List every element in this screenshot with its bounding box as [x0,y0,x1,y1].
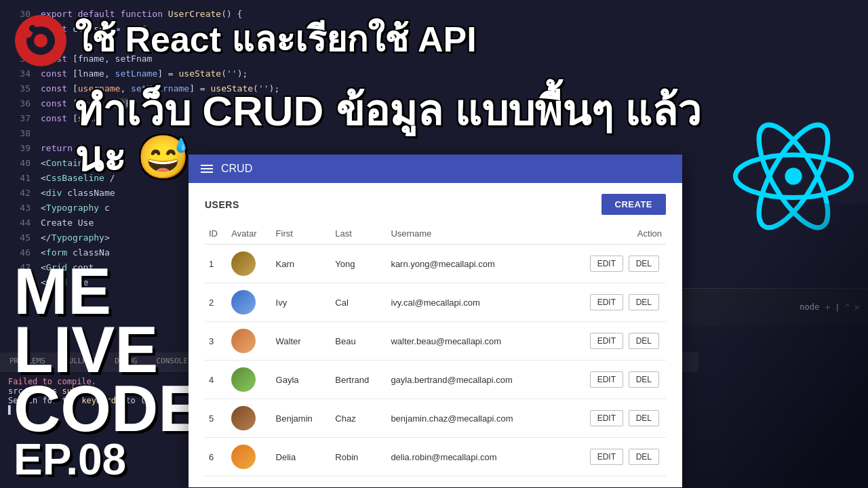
svg-point-6 [34,34,47,47]
cell-action: EDIT DEL [559,283,666,322]
cell-action: EDIT DEL [559,399,666,438]
cell-avatar [227,283,271,322]
cell-username: walter.beau@mecallapi.com [387,322,559,361]
col-last: Last [331,223,387,245]
modal-title: CRUD [221,163,252,175]
del-button[interactable]: DEL [629,410,659,426]
avatar [231,367,256,392]
cell-username: benjamin.chaz@mecallapi.com [387,399,559,438]
code-line-34: 34 const [lname, setLname] = useState(''… [0,66,868,81]
del-button[interactable]: DEL [629,294,659,310]
cell-avatar [227,245,271,283]
edit-button[interactable]: EDIT [590,410,623,426]
del-button[interactable]: DEL [629,256,659,272]
cell-id: 1 [205,245,227,283]
avatar [231,406,256,430]
table-row: 1 Karn Yong karn.yong@mecallapi.com EDIT… [205,245,666,283]
cell-id: 6 [205,438,227,476]
avatar [231,251,256,276]
crud-modal: CRUD USERS CREATE ID Avatar First Last U… [189,155,682,487]
cell-action: EDIT DEL [559,322,666,361]
edit-button[interactable]: EDIT [590,449,623,465]
cell-action: EDIT DEL [559,361,666,399]
table-row: 2 Ivy Cal ivy.cal@mecallapi.com EDIT DEL [205,283,666,322]
table-row: 3 Walter Beau walter.beau@mecallapi.com … [205,322,666,361]
cell-action: EDIT DEL [559,245,666,283]
cell-username: ivy.cal@mecallapi.com [387,283,559,322]
cell-first: Delia [272,438,332,476]
cell-username: delia.robin@mecallapi.com [387,438,559,476]
del-button[interactable]: DEL [629,371,659,388]
big-overlay-text: ME LIVE CODE EP.08 [0,256,215,488]
create-button[interactable]: CREATE [601,194,666,215]
col-first: First [272,223,332,245]
col-id: ID [205,223,227,245]
cell-last: Robin [331,438,387,476]
logo-icon [14,14,68,68]
cell-last: Cal [331,283,387,322]
cell-last: Beau [331,322,387,361]
cell-last: Chaz [331,399,387,438]
col-username: Username [387,223,559,245]
modal-toolbar: USERS CREATE [205,194,666,215]
cell-id: 5 [205,399,227,438]
col-avatar: Avatar [227,223,271,245]
table-row: 6 Delia Robin delia.robin@mecallapi.com … [205,438,666,476]
users-label: USERS [205,199,239,210]
avatar [231,329,256,353]
code-text: CODE [14,380,201,438]
cell-action: EDIT DEL [559,438,666,476]
cell-username: gayla.bertrand@mecallapi.com [387,361,559,399]
cell-last: Bertrand [331,361,387,399]
me-text: ME [14,262,201,321]
cell-id: 2 [205,283,227,322]
cell-first: Walter [272,322,332,361]
svg-point-8 [29,25,36,32]
svg-point-3 [785,167,802,184]
avatar [231,290,256,314]
edit-button[interactable]: EDIT [590,294,623,310]
users-table: ID Avatar First Last Username Action 1 K… [205,223,666,476]
cell-id: 4 [205,361,227,399]
cell-avatar [227,361,271,399]
del-button[interactable]: DEL [629,449,659,465]
table-header-row: ID Avatar First Last Username Action [205,223,666,245]
cell-username: karn.yong@mecallapi.com [387,245,559,283]
cell-last: Yong [331,245,387,283]
cell-id: 3 [205,322,227,361]
modal-body: USERS CREATE ID Avatar First Last Userna… [189,183,682,487]
cell-first: Benjamin [272,399,332,438]
hamburger-icon[interactable] [201,165,213,173]
cell-first: Gayla [272,361,332,399]
del-button[interactable]: DEL [629,333,659,349]
edit-button[interactable]: EDIT [590,333,623,349]
edit-button[interactable]: EDIT [590,256,623,272]
cell-avatar [227,322,271,361]
overlay-title: ใช้ React และเรียกใช้ API [75,20,726,59]
modal-header: CRUD [189,155,682,183]
cell-avatar [227,399,271,438]
avatar [231,445,256,469]
table-body: 1 Karn Yong karn.yong@mecallapi.com EDIT… [205,245,666,476]
live-text: LIVE [14,321,201,379]
edit-button[interactable]: EDIT [590,371,623,388]
cell-first: Ivy [272,283,332,322]
cell-avatar [227,438,271,476]
cell-first: Karn [272,245,332,283]
table-row: 5 Benjamin Chaz benjamin.chaz@mecallapi.… [205,399,666,438]
col-action: Action [559,223,666,245]
table-row: 4 Gayla Bertrand gayla.bertrand@mecallap… [205,361,666,399]
